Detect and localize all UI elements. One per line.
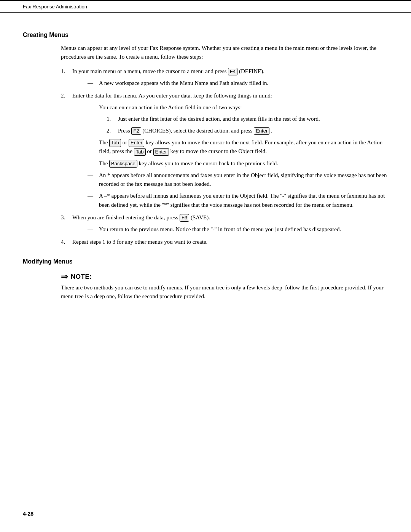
step-2-dash-3-text: The Backspace key allows you to move the… xyxy=(99,160,278,166)
note-header: ⇒ NOTE: xyxy=(61,273,388,281)
tab-key-1: Tab xyxy=(109,139,121,147)
step-1-text: In your main menu or a menu, move the cu… xyxy=(72,68,264,74)
step-2: 2. Enter the data for this menu. As you … xyxy=(61,91,388,209)
step-4-number: 4. xyxy=(61,238,65,246)
section-creating-menus: Creating Menus Menus can appear at any l… xyxy=(23,32,388,247)
step-2-sub-1-text: Just enter the first letter of the desir… xyxy=(118,116,320,122)
enter-key-1: Enter xyxy=(254,127,269,135)
note-body: There are two methods you can use to mod… xyxy=(61,283,388,301)
content-area: Creating Menus Menus can appear at any l… xyxy=(0,13,411,324)
step-3-text: When you are finished entering the data,… xyxy=(72,214,210,220)
steps-list: 1. In your main menu or a menu, move the… xyxy=(61,67,388,247)
note-arrow-icon: ⇒ xyxy=(61,273,68,281)
step-3-dash-1: You return to the previous menu. Notice … xyxy=(88,225,388,234)
section-heading-creating: Creating Menus xyxy=(23,32,388,38)
step-2-sub-1-number: 1. xyxy=(107,115,111,123)
f4-key: F4 xyxy=(228,68,237,75)
backspace-key: Backspace xyxy=(109,160,137,168)
note-section: ⇒ NOTE: There are two methods you can us… xyxy=(61,273,388,301)
step-1: 1. In your main menu or a menu, move the… xyxy=(61,67,388,88)
page-footer: 4-28 xyxy=(23,511,33,517)
step-2-sub-2-number: 2. xyxy=(107,126,111,135)
step-2-sub-2-text: Press F2 (CHOICES), select the desired a… xyxy=(118,128,272,134)
step-3-dash-1-text: You return to the previous menu. Notice … xyxy=(99,226,341,232)
header-text: Fax Response Administration xyxy=(23,4,87,10)
intro-paragraph: Menus can appear at any level of your Fa… xyxy=(61,44,388,62)
step-2-sub-1: 1. Just enter the first letter of the de… xyxy=(107,115,388,123)
enter-key-2: Enter xyxy=(129,139,144,147)
section-modifying-menus: Modifying Menus ⇒ NOTE: There are two me… xyxy=(23,258,388,301)
step-2-dash-4-text: An * appears before all announcements an… xyxy=(99,172,387,187)
step-2-dash-2: The Tab or Enter key allows you to move … xyxy=(88,138,388,156)
tab-key-2: Tab xyxy=(134,148,146,156)
step-4: 4. Repeat steps 1 to 3 for any other men… xyxy=(61,238,388,246)
step-1-dashes: A new workspace appears with the Menu Na… xyxy=(88,79,388,88)
step-2-number: 2. xyxy=(61,91,65,100)
step-2-dash-3: The Backspace key allows you to move the… xyxy=(88,159,388,168)
section-heading-modifying: Modifying Menus xyxy=(23,258,388,265)
note-label: NOTE: xyxy=(71,273,92,281)
step-2-text: Enter the data for this menu. As you ent… xyxy=(72,93,272,99)
step-4-text: Repeat steps 1 to 3 for any other menus … xyxy=(72,239,207,245)
page-number: 4-28 xyxy=(23,511,33,517)
step-2-dash-4: An * appears before all announcements an… xyxy=(88,171,388,189)
step-1-dash-1: A new workspace appears with the Menu Na… xyxy=(88,79,388,88)
f3-key: F3 xyxy=(180,214,189,222)
enter-key-3: Enter xyxy=(153,148,169,156)
step-1-dash-1-text: A new workspace appears with the Menu Na… xyxy=(99,80,268,86)
step-3: 3. When you are finished entering the da… xyxy=(61,213,388,234)
step-1-number: 1. xyxy=(61,67,65,76)
header-bar: Fax Response Administration xyxy=(0,0,411,13)
step-3-dashes: You return to the previous menu. Notice … xyxy=(88,225,388,234)
step-2-dashes: You can enter an action in the Action fi… xyxy=(88,103,388,209)
step-2-dash-2-text: The Tab or Enter key allows you to move … xyxy=(99,139,382,154)
page-container: Fax Response Administration Creating Men… xyxy=(0,0,411,532)
step-3-number: 3. xyxy=(61,213,65,222)
step-2-sub-steps: 1. Just enter the first letter of the de… xyxy=(107,115,388,136)
step-2-dash-5-text: A –* appears before all menus and faxmen… xyxy=(99,193,385,208)
f2-key: F2 xyxy=(131,127,141,135)
step-2-sub-2: 2. Press F2 (CHOICES), select the desire… xyxy=(107,126,388,135)
step-2-dash-1-text: You can enter an action in the Action fi… xyxy=(99,104,242,110)
step-2-dash-1: You can enter an action in the Action fi… xyxy=(88,103,388,135)
step-2-dash-5: A –* appears before all menus and faxmen… xyxy=(88,192,388,209)
